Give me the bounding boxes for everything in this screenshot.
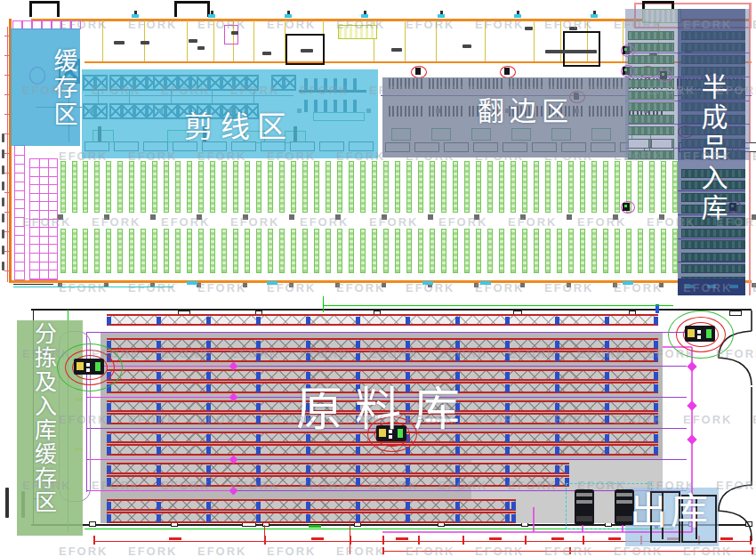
efork-watermark: EFORK xyxy=(577,347,627,360)
efork-watermark: EFORK xyxy=(544,18,594,31)
efork-watermark: EFORK xyxy=(369,347,419,360)
efork-watermark: EFORK xyxy=(336,545,386,557)
efork-watermark: EFORK xyxy=(22,84,72,97)
efork-watermark: EFORK xyxy=(716,479,756,492)
efork-watermark: EFORK xyxy=(161,479,211,492)
efork-watermark: EFORK xyxy=(59,18,109,31)
efork-watermark: EFORK xyxy=(197,545,247,557)
efork-watermark: EFORK xyxy=(544,413,594,426)
efork-watermark: EFORK xyxy=(716,215,756,229)
efork-watermark: EFORK xyxy=(197,149,247,163)
efork-watermark: EFORK xyxy=(59,281,109,295)
efork-watermark: EFORK xyxy=(614,149,664,163)
efork-watermark: EFORK xyxy=(92,84,141,97)
efork-watermark: EFORK xyxy=(544,545,594,557)
efork-watermark: EFORK xyxy=(683,281,733,295)
efork-watermark: EFORK xyxy=(577,479,627,492)
watermark-layer: EFORKEFORKEFORKEFORKEFORKEFORKEFORKEFORK… xyxy=(0,0,756,557)
efork-watermark: EFORK xyxy=(336,18,386,31)
efork-watermark: EFORK xyxy=(475,413,525,426)
efork-watermark: EFORK xyxy=(438,347,488,360)
efork-watermark: EFORK xyxy=(475,149,525,163)
efork-watermark: EFORK xyxy=(300,215,350,229)
efork-watermark: EFORK xyxy=(128,413,178,426)
efork-watermark: EFORK xyxy=(267,149,317,163)
efork-watermark: EFORK xyxy=(230,215,280,229)
efork-watermark: EFORK xyxy=(438,479,488,492)
efork-watermark: EFORK xyxy=(683,18,733,31)
efork-watermark: EFORK xyxy=(475,18,525,31)
efork-watermark: EFORK xyxy=(230,479,280,492)
efork-watermark: EFORK xyxy=(300,84,350,97)
efork-watermark: EFORK xyxy=(752,281,756,295)
efork-watermark: EFORK xyxy=(614,281,664,295)
efork-watermark: EFORK xyxy=(752,545,756,557)
efork-watermark: EFORK xyxy=(614,545,664,557)
efork-watermark: EFORK xyxy=(508,347,558,360)
efork-watermark: EFORK xyxy=(544,149,594,163)
efork-watermark: EFORK xyxy=(161,347,211,360)
efork-watermark: EFORK xyxy=(438,215,488,229)
efork-watermark: EFORK xyxy=(197,413,247,426)
efork-watermark: EFORK xyxy=(508,479,558,492)
efork-watermark: EFORK xyxy=(336,413,386,426)
efork-watermark: EFORK xyxy=(475,281,525,295)
efork-watermark: EFORK xyxy=(683,413,733,426)
efork-watermark: EFORK xyxy=(683,149,733,163)
factory-floorplan: 缓存区 剪线区 翻边区 半成品入库 分拣及入库缓存区 原料库 出库 EFORKE… xyxy=(0,0,756,557)
efork-watermark: EFORK xyxy=(92,347,141,360)
efork-watermark: EFORK xyxy=(508,215,558,229)
efork-watermark: EFORK xyxy=(336,281,386,295)
efork-watermark: EFORK xyxy=(128,545,178,557)
efork-watermark: EFORK xyxy=(406,545,455,557)
efork-watermark: EFORK xyxy=(161,84,211,97)
efork-watermark: EFORK xyxy=(128,18,178,31)
efork-watermark: EFORK xyxy=(614,18,664,31)
efork-watermark: EFORK xyxy=(647,215,696,229)
efork-watermark: EFORK xyxy=(406,413,455,426)
efork-watermark: EFORK xyxy=(752,149,756,163)
efork-watermark: EFORK xyxy=(267,281,317,295)
efork-watermark: EFORK xyxy=(683,545,733,557)
efork-watermark: EFORK xyxy=(22,215,72,229)
efork-watermark: EFORK xyxy=(647,347,696,360)
efork-watermark: EFORK xyxy=(128,281,178,295)
efork-watermark: EFORK xyxy=(475,545,525,557)
efork-watermark: EFORK xyxy=(336,149,386,163)
efork-watermark: EFORK xyxy=(647,84,696,97)
efork-watermark: EFORK xyxy=(300,347,350,360)
efork-watermark: EFORK xyxy=(406,281,455,295)
efork-watermark: EFORK xyxy=(128,149,178,163)
efork-watermark: EFORK xyxy=(59,413,109,426)
efork-watermark: EFORK xyxy=(161,215,211,229)
efork-watermark: EFORK xyxy=(267,545,317,557)
efork-watermark: EFORK xyxy=(197,18,247,31)
efork-watermark: EFORK xyxy=(716,347,756,360)
efork-watermark: EFORK xyxy=(369,215,419,229)
efork-watermark: EFORK xyxy=(508,84,558,97)
efork-watermark: EFORK xyxy=(577,84,627,97)
efork-watermark: EFORK xyxy=(438,84,488,97)
efork-watermark: EFORK xyxy=(577,215,627,229)
efork-watermark: EFORK xyxy=(369,84,419,97)
efork-watermark: EFORK xyxy=(647,479,696,492)
efork-watermark: EFORK xyxy=(544,281,594,295)
efork-watermark: EFORK xyxy=(267,413,317,426)
efork-watermark: EFORK xyxy=(300,479,350,492)
efork-watermark: EFORK xyxy=(92,215,141,229)
efork-watermark: EFORK xyxy=(197,281,247,295)
efork-watermark: EFORK xyxy=(92,479,141,492)
efork-watermark: EFORK xyxy=(22,479,72,492)
efork-watermark: EFORK xyxy=(59,545,109,557)
efork-watermark: EFORK xyxy=(716,84,756,97)
efork-watermark: EFORK xyxy=(59,149,109,163)
efork-watermark: EFORK xyxy=(230,347,280,360)
efork-watermark: EFORK xyxy=(752,413,756,426)
efork-watermark: EFORK xyxy=(406,18,455,31)
efork-watermark: EFORK xyxy=(752,18,756,31)
efork-watermark: EFORK xyxy=(230,84,280,97)
efork-watermark: EFORK xyxy=(406,149,455,163)
efork-watermark: EFORK xyxy=(614,413,664,426)
efork-watermark: EFORK xyxy=(369,479,419,492)
efork-watermark: EFORK xyxy=(267,18,317,31)
